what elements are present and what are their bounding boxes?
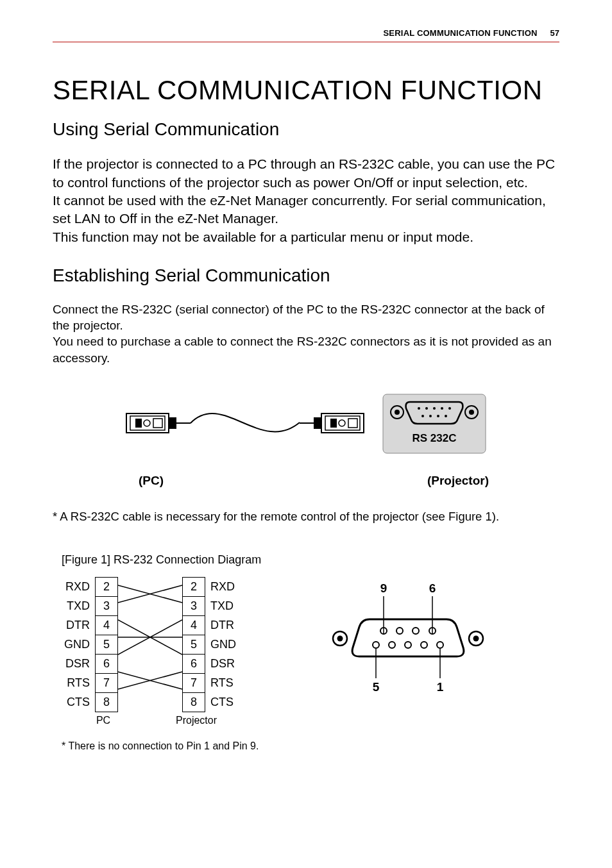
svg-point-21 xyxy=(433,407,436,410)
section1-body: If the projector is connected to a PC th… xyxy=(53,155,559,246)
page-header: SERIAL COMMUNICATION FUNCTION 57 xyxy=(53,28,559,42)
connection-diagram-svg: RS 232C xyxy=(114,384,498,467)
svg-point-44 xyxy=(412,628,419,634)
page-title: SERIAL COMMUNICATION FUNCTION xyxy=(53,76,559,105)
page-number: 57 xyxy=(550,28,559,38)
svg-point-16 xyxy=(395,410,400,415)
running-title: SERIAL COMMUNICATION FUNCTION xyxy=(384,28,538,38)
svg-point-47 xyxy=(373,642,379,648)
page: SERIAL COMMUNICATION FUNCTION 57 SERIAL … xyxy=(0,0,612,868)
svg-point-38 xyxy=(337,635,343,641)
port-label-text: RS 232C xyxy=(412,432,457,444)
svg-point-22 xyxy=(441,407,443,410)
svg-point-19 xyxy=(418,407,420,410)
svg-point-3 xyxy=(144,420,150,426)
svg-point-43 xyxy=(396,628,403,634)
db9-pinout-diagram: 9 6 xyxy=(325,581,491,699)
section1-heading: Using Serial Communication xyxy=(53,119,559,140)
pin-label-5: 5 xyxy=(373,680,380,694)
svg-rect-13 xyxy=(348,419,357,428)
note-pin: * There is no connection to Pin 1 and Pi… xyxy=(62,740,559,752)
svg-point-51 xyxy=(437,642,443,648)
svg-point-23 xyxy=(448,407,451,410)
section2-heading: Establishing Serial Communication xyxy=(53,265,559,286)
db9-connector-icon: 9 6 xyxy=(325,581,491,696)
svg-point-27 xyxy=(445,415,447,417)
figure1-caption: [Figure 1] RS-232 Connection Diagram xyxy=(62,553,559,567)
svg-point-12 xyxy=(339,420,345,426)
svg-point-50 xyxy=(421,642,427,648)
svg-point-24 xyxy=(421,415,424,417)
svg-rect-8 xyxy=(314,417,321,429)
pin-table: RXD 2 xyxy=(62,577,248,726)
diagram-label-projector: (Projector) xyxy=(427,474,489,488)
svg-point-49 xyxy=(405,642,411,648)
wiring-lines-icon xyxy=(118,575,182,703)
svg-point-25 xyxy=(429,415,432,417)
section2-body: Connect the RS-232C (serial connector) o… xyxy=(53,301,559,366)
note-cable: * A RS-232C cable is necessary for the r… xyxy=(53,510,559,524)
svg-rect-11 xyxy=(330,419,337,428)
svg-point-48 xyxy=(389,642,395,648)
svg-rect-4 xyxy=(153,419,162,428)
pin-label-6: 6 xyxy=(429,581,436,595)
table-row: RXD 2 xyxy=(62,577,239,596)
svg-point-18 xyxy=(469,410,474,415)
connection-diagram: RS 232C (PC) (Projector) xyxy=(114,384,498,488)
svg-rect-5 xyxy=(169,417,176,429)
svg-rect-2 xyxy=(135,419,142,428)
pin-label-1: 1 xyxy=(437,680,444,694)
diagram-label-pc: (PC) xyxy=(123,474,164,488)
pin-footer-projector: Projector xyxy=(145,715,248,726)
pin-label-9: 9 xyxy=(380,581,387,595)
pin-footer-pc: PC xyxy=(62,715,145,726)
svg-point-26 xyxy=(437,415,439,417)
svg-point-40 xyxy=(473,635,479,641)
svg-point-20 xyxy=(425,407,428,410)
